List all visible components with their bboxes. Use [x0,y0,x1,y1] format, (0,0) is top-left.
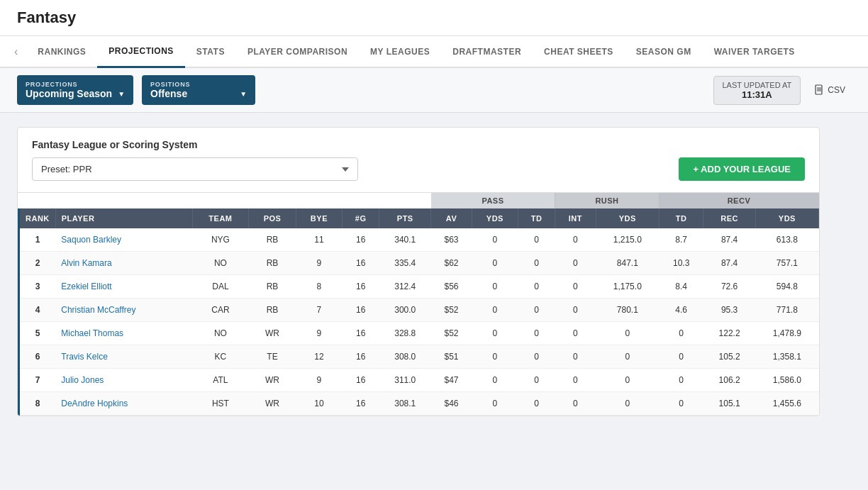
cell-recv-yds: 757.1 [755,252,818,275]
filter-row: Preset: PPR + ADD YOUR LEAGUE [32,157,805,181]
cell-player-name[interactable]: DeAndre Hopkins [55,392,192,416]
table-body: 1 Saquon Barkley NYG RB 11 16 340.1 $63 … [19,228,819,416]
col-rank: RANK [19,208,56,228]
cell-team: CAR [192,299,249,322]
cell-rush-td: 10.3 [659,252,703,275]
cell-rush-td: 0 [659,369,703,392]
col-team: TEAM [192,208,249,228]
nav-item-cheat-sheets[interactable]: CHEAT SHEETS [533,37,625,67]
cell-pos: WR [249,369,296,392]
cell-bye: 9 [296,252,342,275]
csv-button[interactable]: CSV [809,80,851,100]
cell-recv-yds: 771.8 [755,299,818,322]
projections-table: PASS RUSH RECV RANK PLAYER TEAM POS BYE … [18,193,819,416]
app-header: Fantasy [0,0,868,36]
nav-item-season-gm[interactable]: SEASON GM [625,37,703,67]
cell-bye: 11 [296,228,342,252]
cell-pos: WR [249,392,296,416]
cell-bye: 9 [296,369,342,392]
nav-item-player-comparison[interactable]: PLAYER COMPARISON [236,37,359,67]
col-pass-int: INT [555,208,596,228]
cell-games: 16 [343,275,379,299]
cell-pts: 312.4 [379,275,431,299]
cell-player-name[interactable]: Travis Kelce [55,345,192,369]
positions-dropdown[interactable]: POSITIONS Offense ▼ [142,75,255,105]
cell-player-name[interactable]: Saquon Barkley [55,228,192,252]
add-league-button[interactable]: + ADD YOUR LEAGUE [679,157,805,181]
table-row: 1 Saquon Barkley NYG RB 11 16 340.1 $63 … [19,228,819,252]
cell-pass-yds: 0 [472,392,518,416]
nav-item-draftmaster[interactable]: DRAFTMASTER [441,37,533,67]
cell-games: 16 [343,322,379,345]
col-group-header-row: PASS RUSH RECV [19,193,819,208]
cell-pass-int: 0 [555,275,596,299]
projections-dropdown[interactable]: PROJECTIONS Upcoming Season ▼ [17,75,133,105]
cell-bye: 9 [296,322,342,345]
nav-item-rankings[interactable]: RANKINGS [26,37,97,67]
filter-area: Fantasy League or Scoring System Preset:… [18,128,819,193]
table-row: 8 DeAndre Hopkins HST WR 10 16 308.1 $46… [19,392,819,416]
cell-pts: 328.8 [379,322,431,345]
cell-pts: 335.4 [379,252,431,275]
positions-dropdown-value: Offense ▼ [150,88,247,99]
col-bye: BYE [296,208,342,228]
cell-rush-yds: 780.1 [596,299,659,322]
cell-bye: 8 [296,275,342,299]
rush-group-header: RUSH [555,193,660,208]
cell-recv-rec: 105.1 [703,392,755,416]
cell-pass-td: 0 [518,228,555,252]
projections-table-container: PASS RUSH RECV RANK PLAYER TEAM POS BYE … [18,193,819,416]
cell-pass-td: 0 [518,322,555,345]
projections-dropdown-value: Upcoming Season ▼ [26,88,125,99]
cell-rush-yds: 847.1 [596,252,659,275]
cell-player-name[interactable]: Julio Jones [55,369,192,392]
cell-pass-td: 0 [518,392,555,416]
nav-item-my-leagues[interactable]: MY LEAGUES [359,37,441,67]
cell-rush-yds: 0 [596,369,659,392]
nav-back-button[interactable]: ‹ [11,37,21,67]
cell-rush-yds: 1,175.0 [596,275,659,299]
cell-pass-yds: 0 [472,322,518,345]
col-rush-yds: YDS [596,208,659,228]
cell-recv-yds: 1,358.1 [755,345,818,369]
cell-pass-int: 0 [555,322,596,345]
cell-team: ATL [192,369,249,392]
cell-recv-yds: 1,455.6 [755,392,818,416]
cell-pass-yds: 0 [472,228,518,252]
cell-games: 16 [343,392,379,416]
pass-group-header: PASS [431,193,555,208]
cell-team: NYG [192,228,249,252]
league-select[interactable]: Preset: PPR [32,157,358,181]
cell-player-name[interactable]: Alvin Kamara [55,252,192,275]
cell-team: KC [192,345,249,369]
cell-recv-rec: 106.2 [703,369,755,392]
cell-player-name[interactable]: Christian McCaffrey [55,299,192,322]
cell-games: 16 [343,345,379,369]
cell-player-name[interactable]: Michael Thomas [55,322,192,345]
nav-item-projections[interactable]: PROJECTIONS [97,36,185,68]
nav-bar: ‹ RANKINGS PROJECTIONS STATS PLAYER COMP… [0,36,868,68]
cell-games: 16 [343,299,379,322]
cell-pts: 340.1 [379,228,431,252]
nav-item-waiver-targets[interactable]: WAIVER TARGETS [703,37,806,67]
col-rush-td: TD [659,208,703,228]
table-row: 4 Christian McCaffrey CAR RB 7 16 300.0 … [19,299,819,322]
cell-pass-int: 0 [555,392,596,416]
cell-recv-rec: 105.2 [703,345,755,369]
cell-recv-rec: 95.3 [703,299,755,322]
col-pts: PTS [379,208,431,228]
cell-recv-yds: 1,478.9 [755,322,818,345]
cell-player-name[interactable]: Ezekiel Elliott [55,275,192,299]
cell-av: $47 [431,369,472,392]
cell-pass-int: 0 [555,369,596,392]
main-header-row: RANK PLAYER TEAM POS BYE #G PTS AV YDS T… [19,208,819,228]
cell-pts: 308.1 [379,392,431,416]
cell-pass-int: 0 [555,345,596,369]
cell-av: $52 [431,299,472,322]
cell-pass-yds: 0 [472,252,518,275]
cell-rush-td: 4.6 [659,299,703,322]
cell-pass-int: 0 [555,299,596,322]
nav-item-stats[interactable]: STATS [185,37,236,67]
cell-rush-yds: 0 [596,322,659,345]
cell-av: $52 [431,322,472,345]
